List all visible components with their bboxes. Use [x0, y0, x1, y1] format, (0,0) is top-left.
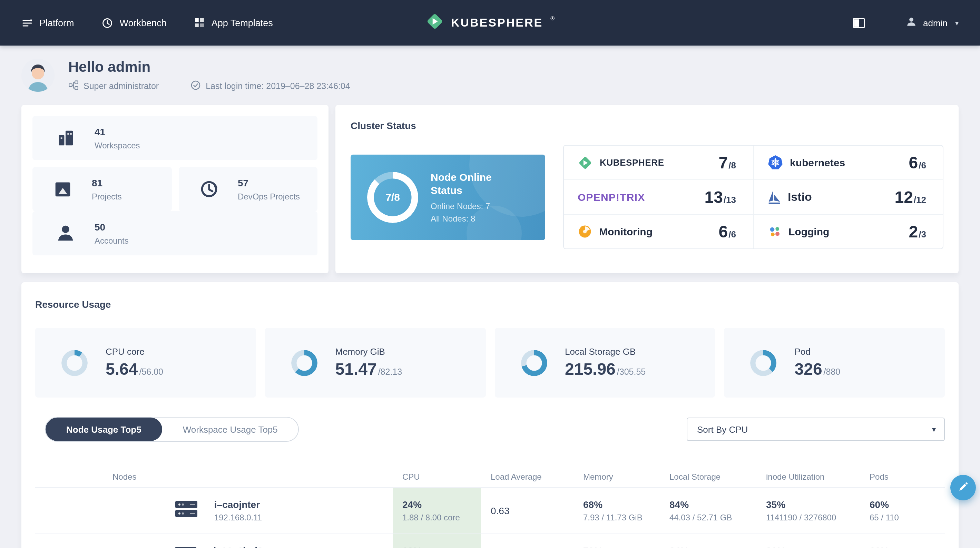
layout-panel-icon[interactable] — [852, 17, 865, 29]
cluster-components-grid: KUBESPHERE 7/8 kubernetes 6/6 OPENP!T — [563, 145, 943, 249]
role-label: Super administrator — [84, 81, 159, 91]
app-templates-icon — [194, 17, 205, 28]
resource-usage-title: Resource Usage — [35, 299, 945, 310]
stat-workspaces[interactable]: 41 Workspaces — [32, 116, 317, 160]
gauge-value: 5.64 — [106, 360, 138, 378]
tab-workspace-usage-top5[interactable]: Workspace Usage Top5 — [162, 417, 299, 441]
component-value: 13 — [704, 187, 722, 206]
component-kubesphere: KUBESPHERE 7/8 — [564, 146, 753, 180]
gauge-local-storage: Local Storage GB 215.96/305.55 — [495, 328, 715, 398]
inode-cell: 31% 1002451 / 3276800 — [756, 534, 860, 548]
gauge-total: /880 — [824, 367, 841, 377]
table-header: Nodes CPU Load Average Memory Local Stor… — [35, 467, 945, 487]
resource-gauges: CPU core 5.64/56.00 Memory GiB 51.47/82.… — [35, 328, 945, 398]
last-login-label: Last login time: 2019–06–28 23:46:04 — [206, 81, 350, 91]
component-name: Istio — [788, 190, 812, 204]
node-online-status-panel: 7/8 Node Online Status Online Nodes: 7 A… — [351, 154, 545, 240]
gauge-cpu: CPU core 5.64/56.00 — [35, 328, 256, 398]
stat-value: 57 — [238, 177, 248, 188]
stat-label: Projects — [92, 192, 122, 202]
memory-cell: 68% 7.93 / 11.73 GiB — [574, 488, 660, 534]
table-row[interactable]: i–caojnter 192.168.0.11 24% 1.88 / 8.00 … — [35, 487, 945, 534]
gauge-pod: Pod 326/880 — [724, 328, 945, 398]
component-total: /3 — [919, 229, 926, 239]
component-total: /8 — [729, 160, 736, 170]
workbench-icon — [102, 17, 113, 29]
nav-right: admin ▾ — [852, 16, 959, 30]
nav-item-platform[interactable]: Platform — [21, 17, 74, 29]
gauge-total: /305.55 — [617, 367, 646, 377]
gauge-label: Local Storage GB — [565, 346, 646, 357]
node-usage-table: Nodes CPU Load Average Memory Local Stor… — [35, 467, 945, 548]
user-menu[interactable]: admin ▾ — [905, 16, 959, 30]
platform-stats-card: 41 Workspaces 81 Projects 57 DevOps P — [21, 105, 329, 273]
kubesphere-logo[interactable]: KUBESPHERE® — [425, 12, 555, 33]
stat-value: 50 — [95, 221, 105, 233]
component-total: /6 — [729, 229, 736, 239]
all-nodes: All Nodes: 8 — [431, 214, 514, 224]
nav-item-label: Workbench — [120, 18, 167, 28]
node-status-fraction: 7/8 — [367, 172, 418, 223]
gauge-total: /82.13 — [378, 367, 402, 377]
component-value: 6 — [909, 153, 918, 172]
stat-accounts[interactable]: 50 Accounts — [32, 211, 317, 255]
component-name: Logging — [789, 226, 829, 237]
brand-text: KUBESPHERE — [451, 16, 543, 30]
hero-section: Hello admin Super administrator Last log… — [0, 46, 980, 105]
stat-devops-projects[interactable]: 57 DevOps Projects — [178, 167, 317, 211]
col-local-storage: Local Storage — [660, 472, 756, 482]
platform-icon — [21, 17, 33, 29]
cluster-status-title: Cluster Status — [351, 120, 943, 131]
last-login: Last login time: 2019–06–28 23:46:04 — [191, 80, 350, 92]
cpu-donut — [61, 350, 88, 376]
node-status-donut: 7/8 — [367, 172, 418, 223]
check-circle-icon — [191, 80, 201, 92]
col-load-average: Load Average — [481, 472, 574, 482]
node-name: i–16x6bgj8 — [213, 545, 262, 548]
kubesphere-brand-icon — [425, 12, 444, 33]
col-pods: Pods — [860, 472, 945, 482]
devops-icon — [195, 178, 223, 200]
cluster-status-card: Cluster Status 7/8 Node Online Status On… — [336, 105, 959, 273]
component-logging: Logging 2/3 — [753, 215, 943, 249]
node-server-icon — [174, 499, 199, 523]
gauge-value: 326 — [795, 360, 822, 378]
gauge-memory: Memory GiB 51.47/82.13 — [265, 328, 486, 398]
pencil-icon — [957, 481, 969, 494]
nav-item-workbench[interactable]: Workbench — [102, 17, 167, 29]
local-storage-donut — [521, 350, 547, 376]
monitoring-icon — [578, 224, 592, 239]
stat-value: 81 — [92, 177, 102, 188]
nav-item-label: Platform — [39, 18, 74, 28]
sort-select[interactable]: Sort By CPU ▾ — [687, 417, 945, 441]
gauge-total: /56.00 — [139, 367, 163, 377]
cpu-cell: 12% 0.93 / 8.00 core — [393, 534, 481, 548]
edit-fab-button[interactable] — [950, 475, 976, 500]
kubernetes-icon — [767, 155, 783, 170]
kubesphere-dashboard: Platform Workbench App Templates KUBESPH… — [0, 0, 980, 548]
component-total: /6 — [919, 160, 926, 170]
stat-value: 41 — [95, 126, 105, 137]
tab-node-usage-top5[interactable]: Node Usage Top5 — [46, 417, 162, 441]
component-value: 6 — [719, 222, 728, 241]
memory-donut — [291, 350, 317, 376]
stat-label: Accounts — [95, 236, 129, 246]
stat-label: Workspaces — [95, 141, 140, 150]
load-cell: 0.14 — [481, 534, 574, 548]
brand-registered-mark: ® — [550, 16, 555, 22]
istio-icon — [767, 190, 781, 205]
avatar — [21, 59, 54, 92]
user-name: admin — [923, 18, 948, 28]
inode-cell: 35% 1141190 / 3276800 — [756, 488, 860, 534]
storage-cell: 84% 43.89 / 52.71 GB — [660, 534, 756, 548]
gauge-label: Pod — [795, 346, 841, 357]
gauge-value: 51.47 — [336, 360, 377, 378]
stat-projects[interactable]: 81 Projects — [32, 167, 172, 211]
nav-item-app-templates[interactable]: App Templates — [194, 17, 273, 28]
table-row[interactable]: i–16x6bgj8 192.168.0.14 12% 0.93 / 8.00 … — [35, 534, 945, 548]
select-caret-icon: ▾ — [932, 425, 936, 434]
memory-cell: 70% 8.11 / 11.73 GiB — [574, 534, 660, 548]
gauge-value: 215.96 — [565, 360, 616, 378]
component-value: 12 — [894, 187, 913, 206]
col-nodes: Nodes — [35, 472, 393, 482]
